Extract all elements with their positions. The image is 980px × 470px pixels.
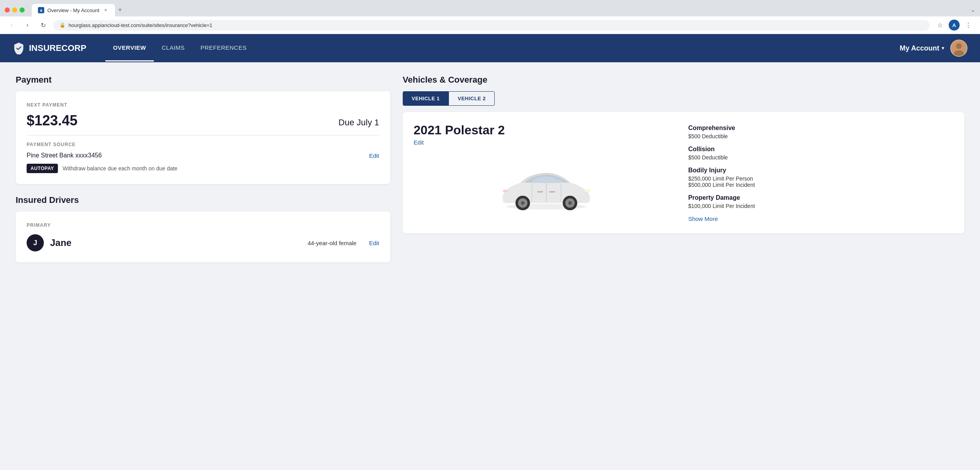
drivers-card: PRIMARY J Jane 44-year-old female Edit: [16, 212, 390, 262]
vehicles-section: Vehicles & Coverage VEHICLE 1 VEHICLE 2 …: [403, 75, 964, 262]
coverage-bodily-injury-detail-0: $250,000 Limit Per Person: [688, 175, 953, 182]
browser-chrome: a Overview - My Account × + ⌄ ‹ › ↻ 🔒 ho…: [0, 0, 980, 34]
vehicle-image-area: [414, 152, 679, 222]
payment-source-name: Pine Street Bank xxxx3456: [27, 152, 102, 159]
next-payment-label: NEXT PAYMENT: [27, 102, 379, 108]
coverage-collision-name: Collision: [688, 146, 953, 153]
logo: INSURECORP: [13, 42, 86, 54]
back-btn[interactable]: ‹: [6, 20, 17, 31]
driver-avatar: J: [27, 234, 44, 251]
edit-payment-source-link[interactable]: Edit: [369, 152, 379, 159]
svg-point-9: [568, 201, 571, 204]
vehicle-card: 2021 Polestar 2 Edit: [403, 112, 964, 233]
dropdown-arrow-icon: ▾: [942, 45, 944, 51]
coverage-property-damage-detail-0: $100,000 Limit Per Incident: [688, 203, 953, 209]
chrome-profile-btn[interactable]: A: [949, 20, 960, 31]
driver-row: J Jane 44-year-old female Edit: [27, 234, 379, 251]
payment-card: NEXT PAYMENT $123.45 Due July 1 PAYMENT …: [16, 91, 390, 184]
svg-rect-16: [549, 191, 555, 192]
window-controls: [5, 7, 25, 13]
payment-source-label: PAYMENT SOURCE: [27, 142, 379, 147]
autopay-description: Withdraw balance due each month on due d…: [63, 165, 177, 172]
coverage-bodily-injury: Bodily Injury $250,000 Limit Per Person …: [688, 167, 953, 188]
svg-point-6: [521, 201, 524, 204]
coverage-comprehensive-name: Comprehensive: [688, 125, 953, 132]
browser-top-bar: a Overview - My Account × + ⌄: [0, 0, 980, 16]
nav-preferences[interactable]: PREFERENCES: [193, 35, 254, 61]
coverage-bodily-injury-detail-1: $500,000 Limit Per Incident: [688, 182, 953, 188]
vehicle-left: 2021 Polestar 2 Edit: [414, 123, 679, 222]
maximize-window-btn[interactable]: [20, 7, 25, 13]
browser-nav-bar: ‹ › ↻ 🔒 hourglass.appiancloud-test.com/s…: [0, 16, 980, 34]
driver-description: 44-year-old female: [308, 240, 357, 246]
vehicles-section-title: Vehicles & Coverage: [403, 75, 964, 85]
payment-amount: $123.45: [27, 112, 77, 129]
new-tab-btn[interactable]: +: [115, 3, 125, 16]
browser-actions: ☆ A ⋮: [935, 20, 974, 31]
user-avatar[interactable]: [950, 40, 967, 57]
vehicle-coverage: Comprehensive $500 Deductible Collision …: [688, 123, 953, 222]
app-header: INSURECORP OVERVIEW CLAIMS PREFERENCES M…: [0, 34, 980, 62]
payment-due-date: Due July 1: [339, 118, 379, 128]
avatar-image: [951, 40, 967, 56]
vehicle-tabs: VEHICLE 1 VEHICLE 2: [403, 91, 964, 106]
vehicle-name: 2021 Polestar 2: [414, 123, 679, 137]
svg-rect-11: [503, 190, 507, 192]
coverage-bodily-injury-name: Bodily Injury: [688, 167, 953, 174]
tab-bar: a Overview - My Account × +: [32, 3, 967, 16]
close-tab-btn[interactable]: ×: [103, 7, 109, 13]
vehicle-tab-1[interactable]: VEHICLE 1: [403, 91, 449, 106]
show-more-link[interactable]: Show More: [688, 215, 953, 222]
drivers-section-title: Insured Drivers: [16, 195, 390, 205]
forward-btn[interactable]: ›: [22, 20, 33, 31]
edit-driver-link[interactable]: Edit: [369, 240, 379, 246]
minimize-window-btn[interactable]: [12, 7, 17, 13]
url-text: hourglass.appiancloud-test.com/suite/sit…: [68, 22, 924, 28]
close-window-btn[interactable]: [5, 7, 10, 13]
vehicle-edit-link[interactable]: Edit: [414, 139, 679, 146]
nav-overview[interactable]: OVERVIEW: [105, 35, 154, 61]
left-column: Payment NEXT PAYMENT $123.45 Due July 1 …: [16, 75, 390, 262]
header-right: My Account ▾: [900, 40, 967, 57]
drivers-section: Insured Drivers PRIMARY J Jane 44-year-o…: [16, 195, 390, 262]
main-content: Payment NEXT PAYMENT $123.45 Due July 1 …: [0, 62, 980, 275]
nav-claims[interactable]: CLAIMS: [154, 35, 193, 61]
vehicle-tab-2[interactable]: VEHICLE 2: [449, 91, 495, 106]
expand-browser-btn[interactable]: ⌄: [971, 7, 975, 13]
coverage-property-damage-name: Property Damage: [688, 194, 953, 201]
driver-initial: J: [33, 239, 37, 247]
main-nav: OVERVIEW CLAIMS PREFERENCES: [105, 35, 900, 61]
primary-driver-label: PRIMARY: [27, 222, 379, 228]
my-account-btn[interactable]: My Account ▾: [900, 44, 944, 52]
shield-icon: [13, 42, 25, 54]
logo-text: INSURECORP: [29, 43, 86, 53]
payment-amount-row: $123.45 Due July 1: [27, 112, 379, 129]
coverage-comprehensive: Comprehensive $500 Deductible: [688, 125, 953, 139]
svg-point-1: [956, 43, 962, 49]
payment-divider: [27, 135, 379, 136]
bookmark-btn[interactable]: ☆: [935, 20, 946, 31]
autopay-badge: AUTOPAY: [27, 164, 58, 173]
coverage-property-damage: Property Damage $100,000 Limit Per Incid…: [688, 194, 953, 209]
coverage-collision: Collision $500 Deductible: [688, 146, 953, 161]
autopay-row: AUTOPAY Withdraw balance due each month …: [27, 164, 379, 173]
svg-rect-15: [537, 191, 543, 192]
menu-btn[interactable]: ⋮: [963, 20, 974, 31]
reload-btn[interactable]: ↻: [38, 20, 49, 31]
driver-name: Jane: [50, 237, 301, 248]
coverage-collision-detail-0: $500 Deductible: [688, 154, 953, 161]
vehicle-image: [495, 164, 597, 211]
active-tab[interactable]: a Overview - My Account ×: [32, 4, 115, 16]
payment-section-title: Payment: [16, 75, 390, 85]
my-account-label: My Account: [900, 44, 939, 52]
tab-title: Overview - My Account: [47, 7, 99, 13]
address-bar[interactable]: 🔒 hourglass.appiancloud-test.com/suite/s…: [53, 20, 930, 31]
coverage-comprehensive-detail-0: $500 Deductible: [688, 133, 953, 139]
svg-rect-10: [584, 190, 589, 192]
lock-icon: 🔒: [59, 22, 65, 28]
payment-source-row: Pine Street Bank xxxx3456 Edit: [27, 152, 379, 159]
tab-favicon: a: [38, 7, 44, 13]
